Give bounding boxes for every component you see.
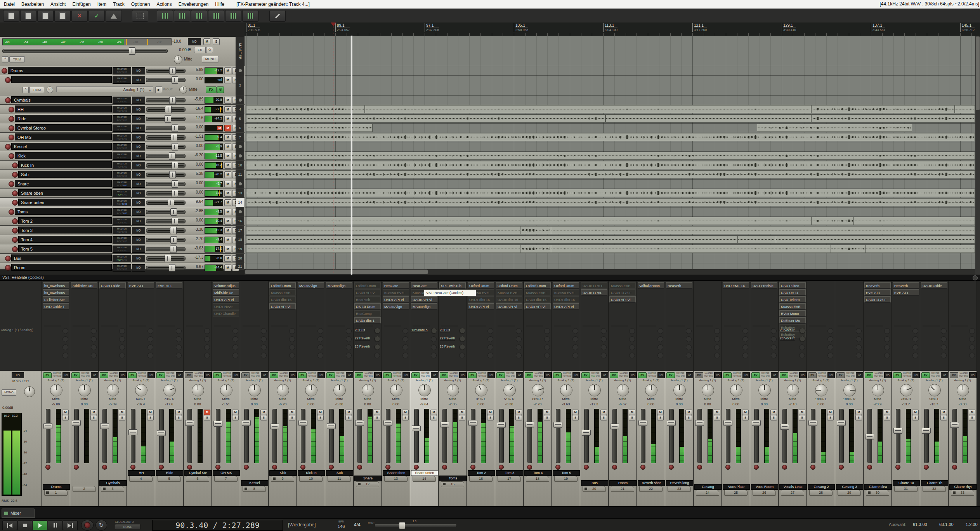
strip-number[interactable]: 27 — [781, 490, 804, 496]
record-arm-button[interactable] — [754, 465, 759, 470]
record-arm-button[interactable] — [12, 246, 18, 252]
mute-button[interactable]: M — [224, 255, 231, 262]
volume-fader[interactable] — [754, 409, 759, 463]
strip-number[interactable]: 23 — [668, 486, 691, 492]
io-button[interactable]: I/O — [132, 236, 145, 244]
fx-button[interactable]: FX — [865, 372, 873, 378]
fx-button[interactable]: FX — [950, 372, 958, 378]
volume-fader-handle[interactable] — [837, 420, 846, 426]
track-panel-row[interactable]: Tom 2MASTERRCV SNDI/O0.00-10.4MS16 — [0, 216, 245, 226]
master-mute-button[interactable]: M — [203, 38, 210, 45]
mute-button[interactable]: M — [544, 410, 550, 415]
solo-button[interactable]: S — [629, 415, 635, 420]
solo-button[interactable]: S — [175, 415, 182, 420]
strip-number[interactable]: 29 — [838, 490, 861, 496]
volume-fader-handle[interactable] — [582, 430, 591, 436]
strip-name[interactable]: Tom 3 — [496, 470, 523, 476]
fx-insert[interactable]: UAD Chandle — [213, 310, 239, 317]
fx-button[interactable]: FX — [496, 372, 505, 378]
io-button[interactable]: I/O — [132, 152, 145, 160]
send-knob[interactable] — [800, 328, 805, 334]
fx-insert[interactable]: ValhallaRoon — [638, 282, 664, 289]
mute-button[interactable]: M — [714, 410, 720, 415]
go-to-start-button[interactable] — [2, 521, 17, 530]
send[interactable]: 20:Bus — [440, 328, 460, 332]
track-panel-row[interactable]: CymbalsMASTERRCV SNDI/O-5.89-20.8MS — [0, 95, 245, 105]
io-button[interactable]: I/O — [91, 372, 98, 378]
track-name[interactable]: Tom 2 — [18, 217, 112, 224]
volume-fader-handle[interactable] — [172, 125, 178, 132]
mute-button[interactable]: M — [224, 162, 231, 169]
track-panel-row[interactable]: Cymbal StereoMASTERRCV SNDI/O0.00MMS6 — [0, 123, 245, 133]
strip-name[interactable]: Gitarre 1a — [893, 480, 920, 486]
volume-fader-handle[interactable] — [172, 143, 178, 150]
record-arm-button[interactable] — [527, 465, 532, 470]
track-name[interactable]: Drums — [8, 67, 112, 74]
pan-knob[interactable] — [362, 384, 374, 396]
io-button[interactable]: I/O — [132, 264, 145, 272]
fx-insert[interactable]: ReaVerb — [864, 282, 891, 289]
strip-name[interactable]: Toms — [439, 476, 467, 481]
strip-name[interactable]: Kessel — [241, 480, 268, 486]
io-button[interactable]: I/O — [132, 162, 145, 169]
fx-insert[interactable]: UAD EMT 14 — [723, 282, 749, 289]
fx-insert[interactable]: ReaGate — [383, 282, 409, 289]
volume-fader-handle[interactable] — [327, 423, 336, 429]
fx-insert[interactable]: L1 limiter Ste — [43, 296, 69, 303]
play-button[interactable] — [33, 521, 47, 530]
io-button[interactable]: I/O — [132, 171, 145, 178]
fx-insert[interactable]: Volume Adjus — [213, 282, 239, 289]
volume-fader[interactable] — [146, 135, 186, 140]
volume-fader[interactable] — [896, 409, 900, 463]
send-knob[interactable] — [375, 344, 380, 350]
fx-insert[interactable]: UADx API Vi — [468, 303, 494, 310]
io-button[interactable]: I/O — [459, 372, 467, 378]
track-name[interactable]: Tom 5 — [18, 245, 112, 252]
volume-fader[interactable] — [146, 210, 186, 214]
pan-knob[interactable] — [758, 384, 771, 396]
volume-fader-handle[interactable] — [242, 420, 251, 426]
volume-fader-handle[interactable] — [170, 236, 177, 244]
record-arm-button[interactable] — [895, 465, 900, 470]
mute-button[interactable]: M — [232, 410, 239, 415]
mixer-strip[interactable]: FXMASTERRCV SNDI/OAnalog 1 (1)Mitte0.00M… — [240, 281, 269, 506]
fx-insert[interactable]: bx_townhous — [43, 282, 69, 289]
mute-button[interactable]: M — [940, 410, 947, 415]
record-arm-button[interactable] — [9, 181, 14, 187]
mute-button[interactable]: M — [799, 410, 805, 415]
pan-knob[interactable] — [673, 384, 686, 396]
mute-button[interactable]: M — [224, 144, 231, 150]
strip-number[interactable]: 19 — [554, 476, 578, 482]
volume-fader[interactable] — [146, 173, 186, 177]
mute-button[interactable]: M — [224, 199, 231, 206]
strip-name[interactable]: OH MS — [213, 470, 240, 476]
fx-insert[interactable]: SPL TwinTub — [439, 282, 466, 289]
fx-insert[interactable]: Oxford Drum — [468, 282, 494, 289]
fx-insert[interactable]: ReaVerb — [666, 282, 692, 289]
track-name[interactable]: Cymbals — [11, 96, 112, 103]
fx-insert[interactable]: MAutoAlign — [411, 303, 437, 310]
volume-fader-handle[interactable] — [780, 424, 789, 430]
strip-name[interactable]: Gitarre 1b — [921, 480, 948, 486]
record-arm-button[interactable] — [2, 68, 7, 74]
mixer-strip[interactable]: Oxford DrumKuassa EVE-UADx dbx 16UADx AP… — [467, 281, 495, 506]
record-arm-button[interactable] — [470, 465, 475, 470]
track-number[interactable]: 2 — [236, 75, 244, 95]
volume-fader-handle[interactable] — [128, 429, 137, 435]
record-arm-button[interactable] — [5, 97, 11, 103]
record-arm-button[interactable] — [74, 465, 79, 470]
fx-insert[interactable]: ReaVerb — [893, 282, 919, 289]
fx-button[interactable]: FX — [213, 372, 222, 378]
fx-insert[interactable]: Kuassa EVE- — [383, 289, 409, 296]
io-button[interactable]: I/O — [516, 372, 523, 378]
strip-number[interactable]: 8 — [243, 486, 266, 492]
track-number[interactable] — [236, 207, 244, 216]
track-number[interactable]: 20 — [236, 254, 244, 263]
fx-insert[interactable]: UAD Oxide T — [43, 303, 69, 310]
track-panel-row[interactable]: RideMASTERRCV SNDI/O-17.6-24.2MS5 — [0, 114, 245, 123]
track-panel-row[interactable]: Snare untenMASTERRCV SNDI/O-9.64-21.7MS1… — [0, 198, 245, 207]
fx-button[interactable]: FX — [836, 372, 845, 378]
io-button[interactable]: I/O — [132, 97, 145, 104]
track-name[interactable]: Tom 3 — [18, 227, 112, 234]
volume-fader-handle[interactable] — [165, 106, 172, 113]
